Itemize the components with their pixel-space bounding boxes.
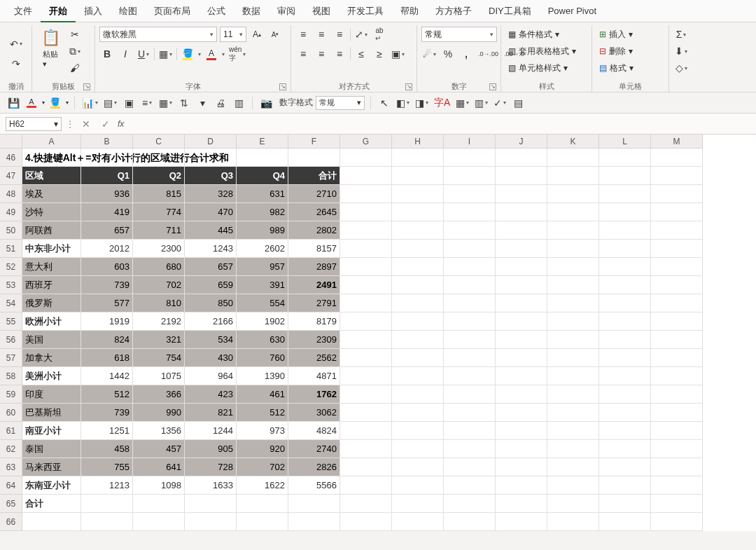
cell[interactable]: 美国 — [22, 331, 81, 349]
alignment-launcher[interactable]: ↘ — [405, 83, 412, 90]
cell[interactable] — [340, 440, 392, 458]
cell[interactable]: 577 — [81, 294, 133, 312]
qat-cellfmt-icon[interactable]: ▦▾ — [454, 95, 470, 111]
cell[interactable] — [547, 294, 599, 312]
cell[interactable] — [496, 258, 547, 276]
cell[interactable] — [651, 349, 703, 367]
cell[interactable] — [496, 240, 547, 258]
qat-textfx-icon[interactable]: 字A — [433, 95, 451, 111]
cell[interactable]: 巴基斯坦 — [22, 404, 81, 422]
cell[interactable] — [547, 185, 599, 203]
cut-button[interactable]: ✂ — [67, 27, 83, 42]
tab-view[interactable]: 视图 — [304, 0, 339, 22]
cell[interactable] — [651, 203, 703, 221]
cell[interactable]: 2562 — [288, 349, 340, 367]
row-header[interactable]: 52 — [0, 258, 22, 276]
cell[interactable]: 1919 — [81, 312, 133, 331]
cell-styles-button[interactable]: ▧单元格样式▾ — [505, 60, 570, 76]
row-header[interactable]: 47 — [0, 167, 22, 185]
cell[interactable] — [340, 458, 392, 476]
tab-draw[interactable]: 绘图 — [111, 0, 146, 22]
qat-number-format-combo[interactable]: 常规▾ — [316, 96, 365, 110]
cell[interactable]: 意大利 — [22, 258, 81, 276]
align-right-button[interactable]: ≡ — [332, 46, 347, 62]
cell[interactable] — [599, 495, 651, 513]
qat-filter-icon[interactable]: ▾ — [195, 95, 210, 111]
cell[interactable]: 512 — [81, 385, 133, 404]
cell[interactable]: 区域 — [22, 167, 81, 185]
cell[interactable]: 554 — [237, 294, 288, 312]
cell[interactable] — [599, 185, 651, 203]
cell[interactable]: 989 — [237, 221, 288, 240]
column-header[interactable]: C — [133, 135, 185, 149]
cell[interactable]: 阿联酋 — [22, 221, 81, 240]
cell[interactable]: 2802 — [288, 221, 340, 240]
cell[interactable] — [496, 203, 547, 221]
cell[interactable] — [444, 440, 496, 458]
cell[interactable]: 973 — [237, 422, 288, 440]
cell[interactable] — [496, 440, 547, 458]
cell[interactable]: 2300 — [133, 240, 185, 258]
cell[interactable] — [496, 331, 547, 349]
cell[interactable] — [444, 422, 496, 440]
column-header[interactable]: A — [22, 135, 81, 149]
cell[interactable] — [547, 476, 599, 495]
cancel-formula-button[interactable]: ✕ — [78, 116, 94, 132]
increase-font-button[interactable]: A▴ — [249, 27, 265, 42]
cell[interactable]: 2645 — [288, 203, 340, 221]
cell[interactable] — [547, 312, 599, 331]
cell[interactable] — [651, 221, 703, 240]
qat-sort-icon[interactable]: ⇅ — [176, 95, 192, 111]
cell[interactable] — [340, 149, 392, 167]
conditional-formatting-button[interactable]: ▦条件格式▾ — [505, 27, 562, 42]
cell[interactable] — [496, 513, 547, 531]
row-header[interactable]: 61 — [0, 422, 22, 440]
autosum-button[interactable]: Σ▾ — [673, 27, 689, 42]
tab-diy[interactable]: DIY工具箱 — [480, 0, 540, 22]
align-center-button[interactable]: ≡ — [314, 46, 329, 62]
cell[interactable] — [444, 221, 496, 240]
qat-camera-icon[interactable]: 📷 — [258, 95, 274, 111]
cell[interactable] — [651, 167, 703, 185]
cell[interactable] — [392, 422, 444, 440]
qat-freeze-icon[interactable]: ▤▾ — [102, 95, 118, 111]
cell[interactable]: 850 — [185, 294, 237, 312]
cell[interactable]: 739 — [81, 276, 133, 294]
cell[interactable] — [547, 422, 599, 440]
row-header[interactable]: 64 — [0, 476, 22, 495]
cell[interactable]: 815 — [133, 185, 185, 203]
number-launcher[interactable]: ↘ — [489, 83, 496, 90]
cell[interactable]: 1633 — [185, 476, 237, 495]
cell[interactable]: 423 — [185, 385, 237, 404]
cell[interactable]: 2602 — [237, 240, 288, 258]
cell[interactable]: 824 — [81, 331, 133, 349]
cell[interactable] — [340, 240, 392, 258]
cell[interactable]: 中东非小计 — [22, 240, 81, 258]
cell[interactable] — [547, 458, 599, 476]
cell[interactable]: 5566 — [288, 476, 340, 495]
cell[interactable]: 8157 — [288, 240, 340, 258]
cell[interactable] — [392, 240, 444, 258]
cell[interactable]: 8179 — [288, 312, 340, 331]
cell[interactable] — [392, 149, 444, 167]
cell[interactable] — [340, 331, 392, 349]
row-header[interactable]: 58 — [0, 367, 22, 385]
cell[interactable] — [237, 495, 288, 513]
cell[interactable] — [288, 513, 340, 531]
cell[interactable] — [651, 440, 703, 458]
cell[interactable] — [340, 513, 392, 531]
cell[interactable] — [133, 513, 185, 531]
cell[interactable] — [651, 513, 703, 531]
cell[interactable] — [444, 258, 496, 276]
phonetic-button[interactable]: wén字▾ — [227, 46, 247, 62]
format-as-table-button[interactable]: ▥套用表格格式▾ — [505, 43, 579, 59]
tab-fangfang[interactable]: 方方格子 — [427, 0, 480, 22]
cell[interactable] — [496, 312, 547, 331]
cell[interactable] — [599, 422, 651, 440]
cell[interactable] — [496, 458, 547, 476]
cell[interactable] — [599, 258, 651, 276]
cell[interactable] — [444, 367, 496, 385]
cell[interactable] — [392, 258, 444, 276]
cell[interactable]: 泰国 — [22, 440, 81, 458]
align-middle-button[interactable]: ≡ — [314, 27, 329, 42]
